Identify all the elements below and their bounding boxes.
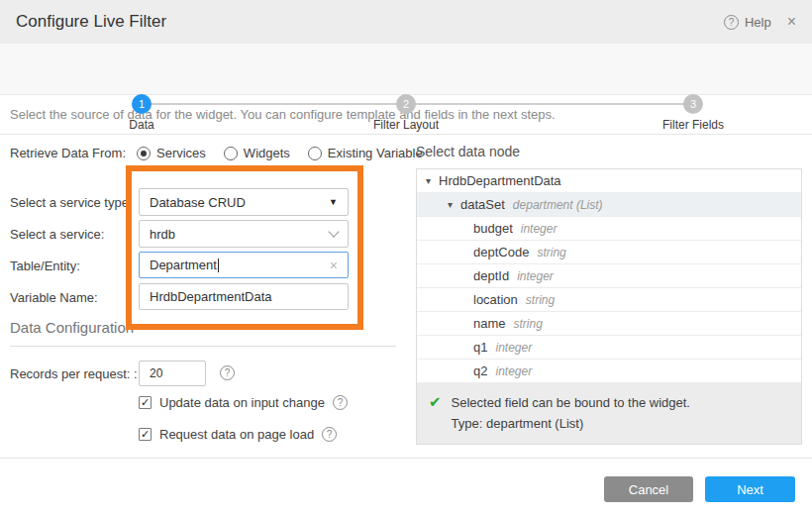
data-node-tree: ▾ HrdbDepartmentData ▾ dataSet departmen… <box>416 168 802 445</box>
success-check-icon: ✔ <box>429 392 442 434</box>
step-filter-fields[interactable]: 3 Filter Fields <box>634 94 753 132</box>
close-icon[interactable]: × <box>785 13 798 31</box>
radio-selected-icon <box>137 147 151 160</box>
service-type-label: Select a service type: <box>10 195 133 210</box>
request-data-checkbox-label: Request data on page load <box>159 427 314 442</box>
radio-widgets[interactable]: Widgets <box>224 146 290 160</box>
next-button[interactable]: Next <box>705 476 795 502</box>
table-entity-input[interactable]: Department × <box>139 252 349 278</box>
tree-node-type: string <box>537 246 565 259</box>
radio-services[interactable]: Services <box>137 146 206 160</box>
records-help-icon[interactable]: ? <box>220 365 235 380</box>
radio-existing-variable[interactable]: Existing Variable <box>308 146 423 160</box>
tree-row-deptid[interactable]: deptId integer <box>417 264 801 288</box>
dropdown-caret-icon: ▼ <box>329 197 338 207</box>
data-configuration-heading: Data Configuration <box>10 319 134 336</box>
variable-name-value: HrdbDepartmentData <box>150 289 338 304</box>
dialog-header: Configure Live Filter ? Help × <box>0 0 812 44</box>
radio-unselected-icon <box>308 147 322 160</box>
select-data-node-heading: Select data node <box>416 144 520 159</box>
checkbox-checked-icon[interactable]: ✓ <box>139 428 152 441</box>
help-button[interactable]: ? Help <box>724 15 771 30</box>
service-select[interactable]: hrdb <box>139 220 349 248</box>
radio-widgets-label: Widgets <box>244 146 290 160</box>
tree-row-q2[interactable]: q2 integer <box>417 360 801 383</box>
tree-node-type: string <box>514 317 543 331</box>
service-type-select[interactable]: Database CRUD ▼ <box>139 188 349 216</box>
update-data-checkbox-label: Update data on input change <box>159 395 325 410</box>
footer-divider <box>0 458 812 459</box>
cancel-button[interactable]: Cancel <box>604 476 693 502</box>
records-per-request-input[interactable]: 20 <box>139 361 206 386</box>
records-per-request-value: 20 <box>150 366 162 380</box>
tree-row-name[interactable]: name string <box>417 312 801 336</box>
records-per-request-label: Records per request: : <box>10 366 138 381</box>
update-data-checkbox-row: ✓ Update data on input change ? <box>139 395 348 410</box>
tree-row-location[interactable]: location string <box>417 288 801 312</box>
help-label: Help <box>745 15 771 30</box>
variable-name-input[interactable]: HrdbDepartmentData <box>139 283 349 310</box>
tree-node-name: deptCode <box>473 245 529 259</box>
tree-node-type: department (List) <box>513 198 603 212</box>
binding-message-line2: Type: department (List) <box>452 413 690 434</box>
table-entity-value: Department <box>150 258 217 272</box>
caret-down-icon[interactable]: ▾ <box>448 199 453 210</box>
request-data-help-icon[interactable]: ? <box>322 427 337 442</box>
text-cursor <box>218 259 219 272</box>
clear-input-icon[interactable]: × <box>330 258 338 273</box>
help-icon: ? <box>724 15 739 30</box>
tree-node-name: name <box>473 316 506 331</box>
dialog-title: Configure Live Filter <box>16 12 166 32</box>
step-3-circle: 3 <box>683 94 703 114</box>
description-divider <box>0 134 812 135</box>
radio-services-label: Services <box>156 146 206 160</box>
tree-node-name: q1 <box>473 340 487 355</box>
step-description: Select the source of data for the widget… <box>10 107 556 122</box>
service-label: Select a service: <box>10 227 104 242</box>
tree-row-budget[interactable]: budget integer <box>417 217 801 241</box>
tree-node-type: integer <box>521 222 558 236</box>
wizard-stepper: 1 Data 2 Filter Layout 3 Filter Fields <box>0 44 812 95</box>
step-1-circle: 1 <box>132 94 152 114</box>
variable-name-label: Variable Name: <box>10 290 98 305</box>
tree-node-type: integer <box>517 269 554 283</box>
service-type-value: Database CRUD <box>150 195 329 210</box>
update-data-help-icon[interactable]: ? <box>333 395 348 410</box>
caret-down-icon[interactable]: ▾ <box>426 175 431 186</box>
tree-node-type: integer <box>495 364 532 378</box>
binding-message-line1: Selected field can be bound to the widge… <box>452 392 690 413</box>
tree-row-q1[interactable]: q1 integer <box>417 336 801 360</box>
tree-node-name: HrdbDepartmentData <box>439 173 561 188</box>
tree-node-type: integer <box>495 341 532 355</box>
service-value: hrdb <box>150 227 330 242</box>
tree-node-name: location <box>473 292 518 307</box>
retrieve-data-from-label: Retrieve Data From: <box>10 146 126 160</box>
data-configuration-divider <box>10 346 396 347</box>
tree-row-deptcode[interactable]: deptCode string <box>417 241 801 264</box>
tree-node-name: budget <box>473 221 513 236</box>
configure-live-filter-dialog: Configure Live Filter ? Help × 1 Data 2 … <box>0 0 812 518</box>
radio-existing-variable-label: Existing Variable <box>328 146 423 160</box>
step-2-circle: 2 <box>396 94 416 114</box>
tree-node-name: q2 <box>473 363 487 378</box>
tree-node-name: deptId <box>473 268 509 283</box>
chevron-down-icon <box>328 226 339 237</box>
checkbox-checked-icon[interactable]: ✓ <box>139 396 152 409</box>
tree-row-root[interactable]: ▾ HrdbDepartmentData <box>417 169 801 193</box>
radio-unselected-icon <box>224 147 238 160</box>
retrieve-source-radio-group: Services Widgets Existing Variable <box>137 146 423 160</box>
step-3-label: Filter Fields <box>634 118 753 132</box>
request-data-checkbox-row: ✓ Request data on page load ? <box>139 427 337 442</box>
table-entity-label: Table/Entity: <box>10 259 80 273</box>
binding-status-message: ✔ Selected field can be bound to the wid… <box>417 383 801 444</box>
tree-row-dataset[interactable]: ▾ dataSet department (List) <box>417 193 801 217</box>
tree-node-name: dataSet <box>460 197 505 212</box>
tree-node-type: string <box>526 293 555 307</box>
